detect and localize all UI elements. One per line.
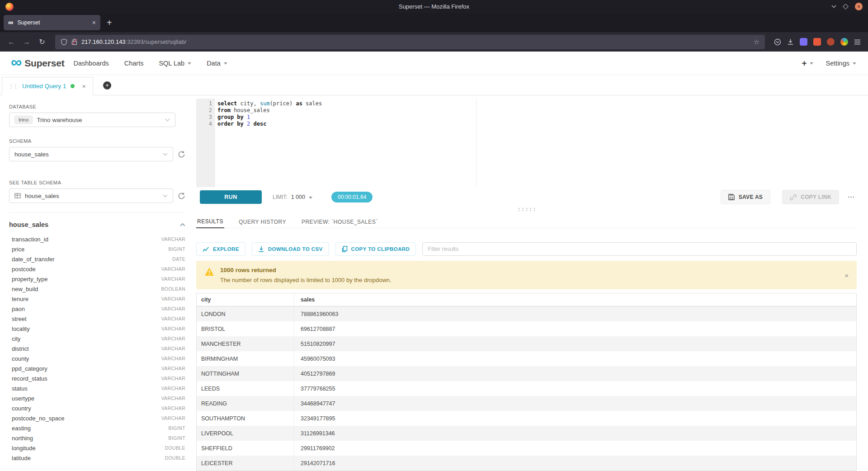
save-as-button[interactable]: SAVE AS (721, 190, 770, 204)
column-header-sales[interactable]: sales (294, 293, 856, 306)
run-button[interactable]: RUN (200, 190, 262, 204)
refresh-schema-icon[interactable] (178, 151, 185, 158)
table-schema-header[interactable]: house_sales (9, 221, 185, 228)
url-bar[interactable]: 217.160.120.143:32393/superset/sqllab/ ☆ (55, 35, 765, 49)
query-tab-close-icon[interactable]: × (82, 83, 86, 90)
extension-icon-4[interactable] (840, 38, 848, 46)
new-query-button[interactable]: + (103, 81, 111, 89)
schema-column-row[interactable]: localityVARCHAR (9, 324, 185, 334)
tab-close-icon[interactable]: × (92, 19, 96, 26)
table-row[interactable]: LEEDS37779768255 (197, 381, 856, 396)
browser-tab[interactable]: ∞ Superset × (4, 15, 100, 30)
schema-column-row[interactable]: statusVARCHAR (9, 383, 185, 393)
table-row[interactable]: NOTTINGHAM40512797869 (197, 366, 856, 381)
reload-icon[interactable]: ↻ (35, 38, 49, 46)
new-item-dropdown[interactable]: + (802, 58, 813, 68)
results-tab-query-history[interactable]: QUERY HISTORY (238, 216, 287, 228)
cell-city: NOTTINGHAM (197, 371, 294, 377)
window-close-icon[interactable]: × (855, 3, 863, 10)
downloads-icon[interactable] (787, 38, 794, 45)
refresh-table-icon[interactable] (178, 192, 185, 200)
copy-to-clipboard-button[interactable]: COPY TO CLIPBOARD (335, 242, 416, 256)
window-maximize-icon[interactable] (843, 4, 849, 9)
extension-icon-1[interactable] (800, 38, 807, 46)
schema-column-row[interactable]: northingBIGINT (9, 433, 185, 443)
column-name: easting (12, 425, 31, 432)
explore-button[interactable]: EXPLORE (196, 242, 245, 256)
column-name: price (12, 246, 24, 253)
limit-dropdown[interactable]: LIMIT: 1 000 (273, 194, 312, 200)
table-row[interactable]: LEICESTER29142071716 (197, 456, 856, 471)
sql-token (244, 121, 247, 127)
schema-column-row[interactable]: new_buildBOOLEAN (9, 284, 185, 294)
insecure-lock-icon[interactable] (71, 38, 77, 45)
schema-column-row[interactable]: paonVARCHAR (9, 304, 185, 314)
pocket-icon[interactable] (774, 38, 781, 46)
url-text[interactable]: 217.160.120.143:32393/superset/sqllab/ (81, 38, 186, 45)
forward-icon[interactable]: → (20, 38, 33, 46)
column-name: property_type (12, 276, 48, 283)
schema-column-row[interactable]: ppd_categoryVARCHAR (9, 363, 185, 373)
schema-column-row[interactable]: latitudeDOUBLE (9, 453, 185, 463)
more-options-button[interactable]: … (847, 194, 855, 201)
alert-close-icon[interactable]: × (844, 271, 849, 279)
extension-icon-3[interactable] (827, 38, 835, 46)
column-header-city[interactable]: city (197, 297, 294, 303)
schema-select[interactable]: house_sales (9, 147, 173, 161)
editor-code[interactable]: select city, sum(price) as salesfrom hou… (215, 99, 857, 187)
nav-item-sql-lab[interactable]: SQL Lab (159, 60, 191, 67)
database-select[interactable]: trino Trino warehouse (9, 113, 175, 127)
table-select[interactable]: house_sales (9, 188, 173, 203)
menu-icon[interactable] (854, 39, 861, 45)
cell-sales: 29911769902 (294, 441, 856, 456)
query-tab[interactable]: ⋮⋮ Untitled Query 1 × (2, 77, 93, 95)
table-row[interactable]: LIVERPOOL31126991346 (197, 426, 856, 441)
new-tab-button[interactable]: + (100, 18, 118, 28)
alert-title: 1000 rows returned (220, 267, 392, 273)
table-row[interactable]: BRISTOL69612708887 (197, 321, 856, 336)
schema-column-row[interactable]: property_typeVARCHAR (9, 274, 185, 284)
pane-resize-handle[interactable] (196, 207, 857, 212)
schema-column-row[interactable]: date_of_transferDATE (9, 254, 185, 264)
bookmark-star-icon[interactable]: ☆ (754, 38, 760, 46)
nav-item-dashboards[interactable]: Dashboards (74, 60, 109, 67)
tracking-shield-icon[interactable] (61, 38, 67, 46)
results-tab-results[interactable]: RESULTS (196, 216, 224, 228)
schema-column-row[interactable]: countyVARCHAR (9, 353, 185, 363)
schema-column-row[interactable]: countryVARCHAR (9, 403, 185, 413)
nav-item-charts[interactable]: Charts (124, 60, 144, 67)
settings-dropdown[interactable]: Settings (826, 60, 856, 67)
sql-token: group by (217, 114, 244, 120)
drag-handle-icon[interactable]: ⋮⋮ (8, 83, 17, 89)
schema-column-row[interactable]: transaction_idVARCHAR (9, 234, 185, 244)
results-tab-preview-house-sales[interactable]: PREVIEW: `HOUSE_SALES` (301, 216, 379, 228)
back-icon[interactable]: ← (5, 38, 18, 46)
download-csv-button[interactable]: DOWNLOAD TO CSV (252, 242, 329, 256)
schema-column-row[interactable]: eastingBIGINT (9, 423, 185, 433)
column-type: DOUBLE (165, 455, 185, 461)
schema-column-row[interactable]: tenureVARCHAR (9, 294, 185, 304)
table-row[interactable]: BIRMINGHAM45960075093 (197, 351, 856, 366)
schema-column-row[interactable]: streetVARCHAR (9, 314, 185, 324)
table-row[interactable]: MANCHESTER51510820997 (197, 336, 856, 351)
schema-column-row[interactable]: cityVARCHAR (9, 334, 185, 344)
schema-column-row[interactable]: priceBIGINT (9, 244, 185, 254)
schema-column-row[interactable]: usertypeVARCHAR (9, 393, 185, 403)
collapse-icon[interactable] (180, 223, 185, 226)
schema-column-row[interactable]: districtVARCHAR (9, 344, 185, 353)
table-row[interactable]: READING34468947747 (197, 396, 856, 411)
table-row[interactable]: SOUTHAMPTON32349177895 (197, 411, 856, 426)
schema-column-row[interactable]: longitudeDOUBLE (9, 443, 185, 453)
table-row[interactable]: SHEFFIELD29911769902 (197, 441, 856, 456)
nav-item-data[interactable]: Data (207, 60, 227, 67)
table-row[interactable]: LONDON788861960063 (197, 306, 856, 321)
extension-icon-2[interactable] (813, 38, 821, 46)
schema-column-row[interactable]: postcodeVARCHAR (9, 264, 185, 274)
window-minimize-icon[interactable] (831, 5, 836, 8)
filter-results-input[interactable] (422, 242, 857, 256)
schema-column-row[interactable]: record_statusVARCHAR (9, 373, 185, 383)
copy-link-button[interactable]: COPY LINK (782, 190, 839, 204)
superset-logo[interactable]: ∞ Superset (11, 57, 65, 70)
schema-column-row[interactable]: postcode_no_spaceVARCHAR (9, 413, 185, 423)
sql-editor[interactable]: 1234 select city, sum(price) as salesfro… (196, 99, 857, 187)
